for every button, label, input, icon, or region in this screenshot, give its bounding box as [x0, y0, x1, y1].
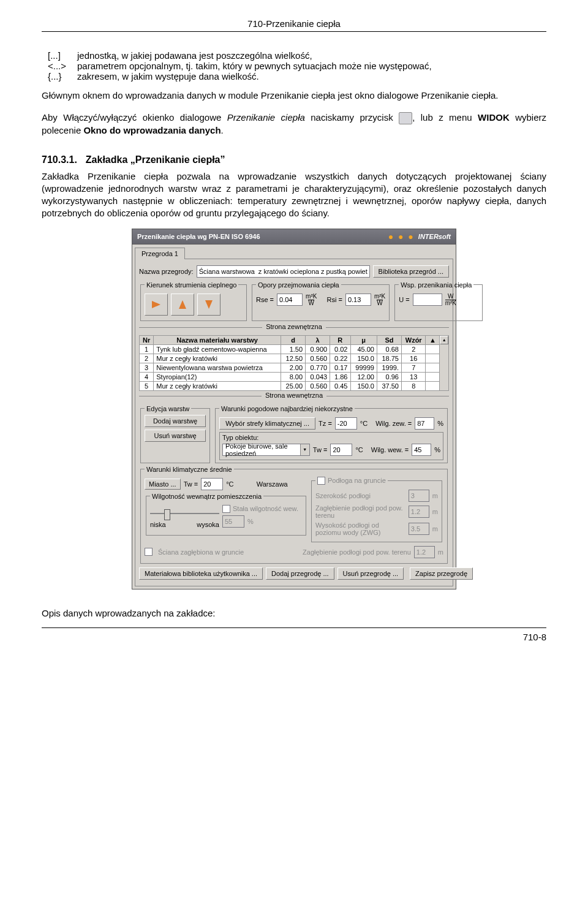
zagt-input — [409, 506, 429, 518]
zag2-input — [414, 546, 435, 558]
table-row[interactable]: 5Mur z cegły kratówki25.000.5600.45150.0… — [140, 381, 440, 390]
table-row[interactable]: 2Mur z cegły kratówki12.500.5600.22150.0… — [140, 354, 440, 363]
rsi-label: Rsi = — [327, 296, 342, 303]
sep-in: Strona wewnętrzna — [262, 392, 326, 399]
tz-input[interactable] — [335, 417, 357, 430]
tw-label: Tw = — [313, 446, 328, 453]
table-header: d — [281, 335, 306, 344]
pct-1: % — [437, 420, 443, 427]
stala-input — [222, 515, 244, 528]
stala-checkbox[interactable] — [222, 505, 230, 513]
table-header: λ — [306, 335, 330, 344]
dialog-przenikanie: Przenikanie ciepła wg PN-EN ISO 6946 ● ●… — [132, 229, 456, 589]
footer-rule — [42, 627, 546, 628]
def-sym-1: [...] — [42, 50, 77, 61]
tw-input[interactable] — [330, 444, 352, 456]
miasto-button[interactable]: Miasto ... — [145, 479, 181, 490]
layers-table[interactable]: NrNazwa materiału warstwydλRμSdWzór▲ 1Ty… — [139, 335, 440, 391]
page-header: 710-Przenikanie ciepła — [42, 18, 546, 29]
fs-opory-legend: Opory przejmowania ciepła — [256, 281, 341, 289]
u-label: U = — [399, 296, 409, 303]
titlebar-dots-icon: ● ● ● — [388, 232, 415, 241]
wilg-wew-input[interactable] — [412, 444, 431, 456]
wilg-zew-input[interactable] — [415, 417, 434, 430]
strefa-button[interactable]: Wybór strefy klimatycznej ... — [219, 417, 315, 430]
table-header: Sd — [377, 335, 401, 344]
table-row[interactable]: 3Niewentylowana warstwa powietrza2.000.7… — [140, 363, 440, 372]
chevron-down-icon: ▼ — [300, 444, 309, 455]
save-przegroda-button[interactable]: Zapisz przegrodę — [410, 567, 473, 580]
slider-high: wysoka — [197, 521, 219, 528]
rsi-unit: m²KW — [374, 294, 385, 306]
szer-label: Szerokość podłogi — [315, 492, 405, 499]
tz-unit: °C — [360, 420, 368, 427]
u-input[interactable] — [413, 294, 442, 306]
def-sym-2: <...> — [42, 61, 77, 71]
intro-p2: Aby Włączyć/wyłączyć okienko dialogowe P… — [42, 112, 546, 137]
del-layer-button[interactable]: Usuń warstwę — [145, 430, 206, 442]
dialog-titlebar[interactable]: Przenikanie ciepła wg PN-EN ISO 6946 ● ●… — [132, 229, 456, 244]
table-row[interactable]: 4Styropian(12)8.000.0431.8612.000.9613 — [140, 372, 440, 381]
nazwa-input[interactable] — [197, 265, 370, 278]
zag2-label: Zagłębienie podłogi pod pow. terenu — [247, 548, 411, 556]
fs-klim-legend: Warunki klimatyczne średnie — [145, 466, 234, 473]
def-txt-3: zakresem, w jakim występuje dana wielkoś… — [77, 71, 546, 81]
final-caption: Opis danych wprowadzanych na zakładce: — [42, 608, 546, 618]
table-header: R — [330, 335, 350, 344]
fs-wilgwew-legend: Wilgotność wewnątrz pomieszczenia — [150, 493, 263, 500]
twavg-unit: °C — [226, 480, 233, 488]
dialog-title: Przenikanie ciepła wg PN-EN ISO 6946 — [137, 233, 260, 240]
tw-unit: °C — [355, 446, 363, 453]
fs-pogoda-legend: Warunki pogodowe najbardziej niekorzystn… — [219, 405, 355, 412]
dir-up-button[interactable] — [171, 294, 194, 316]
add-przegroda-button[interactable]: Dodaj przegrodę ... — [266, 567, 334, 580]
def-txt-1: jednostką, w jakiej podawana jest poszcz… — [77, 50, 546, 61]
fs-wsp-legend: Wsp. przenikania ciepła — [399, 281, 473, 289]
tz-label: Tz = — [318, 420, 332, 427]
rse-input[interactable] — [277, 294, 303, 306]
table-header: Wzór — [401, 335, 425, 344]
podloga-checkbox[interactable] — [317, 477, 325, 485]
nazwa-label: Nazwa przegrody: — [139, 268, 194, 275]
fs-kierunek-legend: Kierunek strumienia cieplnego — [145, 281, 238, 289]
szer-input — [409, 490, 429, 502]
wys-label: Wysokość podłogi od poziomu wody (ZWG) — [315, 521, 405, 536]
rsi-input[interactable] — [345, 294, 371, 306]
miasto-value: Warszawa — [237, 480, 307, 488]
pct-2: % — [434, 446, 440, 453]
zagt-label: Zagłębienie podłogi pod pow. terenu — [315, 504, 405, 519]
u-unit: Wm²K — [445, 294, 456, 306]
table-header: μ — [350, 335, 377, 344]
dir-down-button[interactable] — [197, 294, 221, 316]
def-txt-2: parametrem opcjonalnym, tj. takim, który… — [77, 61, 546, 71]
table-header: Nazwa materiału warstwy — [154, 335, 281, 344]
typ-select[interactable]: Pokoje biurowe, sale posiedzeń▼ — [222, 444, 310, 456]
table-header: Nr — [140, 335, 154, 344]
wilg-wew-label: Wilg. wew. = — [371, 446, 409, 453]
sciana-label: Ściana zagłębiona w gruncie — [158, 548, 244, 556]
dir-horizontal-button[interactable] — [145, 294, 168, 316]
tab-przegroda-1[interactable]: Przegroda 1 — [135, 248, 185, 259]
header-rule — [42, 31, 546, 32]
rse-unit: m²KW — [306, 294, 317, 306]
slider-low: niska — [150, 521, 166, 528]
matlib-button[interactable]: Materiałowa biblioteka użytkownika ... — [139, 567, 263, 580]
add-layer-button[interactable]: Dodaj warstwę — [145, 415, 206, 427]
scroll-up-icon[interactable]: ▲ — [440, 336, 448, 344]
toggle-panel-icon — [399, 112, 412, 124]
arrow-down-icon — [205, 300, 213, 309]
arrow-up-icon — [179, 300, 186, 309]
intro-p1: Głównym oknem do wprowadzania danych w m… — [42, 89, 546, 102]
biblioteka-button[interactable]: Biblioteka przegród ... — [373, 265, 449, 278]
brand-label: INTERsoft — [418, 233, 451, 240]
page-footer: 710-8 — [42, 632, 546, 642]
table-row[interactable]: 1Tynk lub gładź cementowo-wapienna1.500.… — [140, 344, 440, 354]
sciana-checkbox[interactable] — [145, 548, 153, 556]
section-body: Zakładka Przenikanie ciepła pozwala na w… — [42, 170, 546, 220]
typ-label: Typ obiektu: — [222, 434, 440, 441]
twavg-input[interactable] — [201, 478, 223, 490]
arrow-right-icon — [152, 301, 160, 308]
table-scrollbar[interactable]: ▲ — [440, 335, 449, 391]
wilgotnosc-slider[interactable] — [150, 507, 219, 520]
del-przegroda-button[interactable]: Usuń przegrodę ... — [337, 567, 404, 580]
